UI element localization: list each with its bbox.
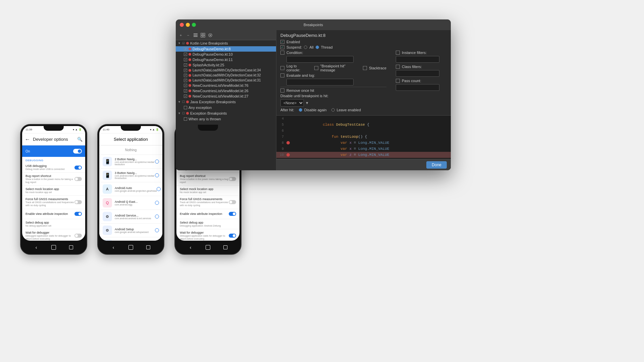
maximize-button[interactable] — [192, 23, 196, 27]
thread-radio[interactable] — [316, 46, 319, 49]
phone-2-radio-egg[interactable] — [155, 201, 159, 205]
leave-enabled-radio[interactable] — [331, 108, 335, 112]
all-radio[interactable] — [304, 46, 307, 49]
enabled-checkbox[interactable] — [280, 40, 284, 44]
phone-1-usb-toggle[interactable] — [74, 166, 82, 170]
phone-1-setting-wait[interactable]: Wait for debugger Debugged application w… — [22, 229, 85, 241]
phone-3-setting-wait[interactable]: Wait for debugger Debugged application w… — [176, 229, 239, 241]
disable-until-dropdown[interactable]: <None> — [280, 99, 304, 107]
phone-2-nothing[interactable]: Nothing — [99, 145, 162, 155]
phone-3-setting-mock[interactable]: Select mock location app No mock locatio… — [176, 186, 239, 196]
phone-3-setting-debug-app[interactable]: Select debug app Debugging application: … — [176, 219, 239, 229]
phone-3-wait-toggle[interactable] — [229, 234, 236, 238]
bp-item-4[interactable]: ✓ SplashActivity.kt:25 — [176, 62, 276, 68]
pass-count-checkbox[interactable] — [396, 79, 400, 83]
phone-1-setting-mock[interactable]: Select mock location app No mock locatio… — [22, 186, 85, 196]
phone-3-back-btn[interactable]: ‹ — [187, 244, 194, 250]
class-filters-input[interactable] — [396, 70, 439, 77]
bp-category-kotlin[interactable]: ▼ ☑ Kotlin Line Breakpoints — [176, 40, 276, 46]
phone-2-home-btn[interactable] — [128, 244, 134, 250]
class-filters-checkbox[interactable] — [396, 65, 400, 69]
bp-add-btn[interactable]: + — [178, 32, 184, 38]
phone-3-gnss-toggle[interactable] — [229, 200, 236, 204]
bp-icon2-btn[interactable] — [200, 32, 206, 38]
bp-icon3-btn[interactable] — [207, 32, 213, 38]
phone-1-back-icon[interactable]: ← — [25, 136, 30, 142]
phone-3-bug-toggle[interactable] — [229, 177, 236, 181]
minimize-button[interactable] — [186, 23, 190, 27]
phone-2-radio-auto[interactable] — [157, 187, 161, 191]
phone-2-radio-service[interactable] — [155, 215, 159, 219]
bp-item-7[interactable]: ✓ LaunchDataLoadWithCityDetectionCase.kt… — [176, 78, 276, 83]
bp-item-6[interactable]: ✓ LaunchDataLoadWithCityDetectionCase.kt… — [176, 73, 276, 78]
phone-3-bottom-bar: ‹ — [175, 241, 241, 254]
phone-2-app-service[interactable]: ⚙ Android Service... com.android.android… — [99, 210, 162, 224]
bp-when-thrown[interactable]: When any is thrown — [176, 116, 276, 122]
phone-1-setting-view[interactable]: Enable view attribute inspection — [22, 209, 85, 219]
leave-enabled-label: Leave enabled — [337, 108, 361, 112]
phone-2-app-egg[interactable]: Q Android Q East... com.android.egg — [99, 196, 162, 210]
bp-any-exception[interactable]: Any exception — [176, 105, 276, 110]
close-button[interactable] — [180, 23, 184, 27]
phone-3-setting-gnss[interactable]: Force full GNSS measurements Track all G… — [176, 196, 239, 209]
java-category-label: Java Exception Breakpoints — [190, 100, 236, 104]
bp-item-5[interactable]: ✓ LaunchDataLoadWithCityDetectionCase.kt… — [176, 68, 276, 73]
phone-1-recent-btn[interactable] — [68, 244, 74, 250]
phone-1-bug-toggle[interactable] — [74, 177, 82, 181]
phone-1-search-icon[interactable]: 🔍 — [77, 137, 83, 142]
condition-checkbox[interactable] — [280, 51, 284, 55]
phone-2-recent-btn[interactable] — [145, 244, 151, 250]
stacktrace-checkbox[interactable] — [363, 66, 367, 70]
condition-input[interactable] — [286, 56, 354, 63]
phone-2-app-setup2[interactable]: ⚙ Android Setup — [99, 237, 162, 241]
phone-1-wait-toggle[interactable] — [74, 234, 82, 238]
phone-1-setting-debug-app[interactable]: Select debug app No debug application se… — [22, 219, 85, 229]
phone-2-radio-3btn[interactable] — [155, 173, 159, 177]
bp-category-java-exception[interactable]: ▼ ☐ Java Exception Breakpoints — [176, 99, 276, 105]
phone-3-setting-bug[interactable]: Bug report shortcut Show a button in the… — [176, 173, 239, 186]
bp-item-8[interactable]: ✓ NewCountriesListViewModel.kt:76 — [176, 83, 276, 88]
bp-category-exception[interactable]: ▼ ☐ Exception Breakpoints — [176, 110, 276, 116]
phone-2-back-btn[interactable]: ‹ — [110, 244, 116, 250]
pass-count-input[interactable] — [396, 84, 439, 91]
phone-1-home-btn[interactable] — [51, 244, 57, 250]
bp-item-4-check: ✓ — [184, 63, 187, 67]
java-checkbox: ☐ — [182, 100, 185, 104]
evaluate-input[interactable] — [286, 79, 354, 85]
phone-1-view-toggle[interactable] — [74, 212, 82, 216]
phone-3-recent-btn[interactable] — [222, 244, 228, 250]
disable-again-radio[interactable] — [299, 108, 302, 112]
window-titlebar: Breakpoints — [176, 19, 451, 30]
phone-1-back-btn[interactable]: ‹ — [33, 244, 39, 250]
phone-2-radio-setup[interactable] — [155, 228, 159, 232]
bp-item-2[interactable]: ✓ DebugPauseDemo.kt:10 — [176, 52, 276, 57]
phone-1-gnss-toggle[interactable] — [74, 200, 82, 204]
phone-1-setting-usb[interactable]: USB debugging Debug mode when USB is con… — [22, 163, 85, 173]
instance-filters-input[interactable] — [396, 56, 439, 63]
bp-item-9[interactable]: ✓ NewCountriesListViewModel.kt:26 — [176, 88, 276, 94]
done-button[interactable]: Done — [426, 161, 447, 169]
log-message-checkbox[interactable] — [314, 66, 318, 70]
bp-footer: Done — [276, 159, 451, 170]
log-console-checkbox[interactable] — [280, 66, 284, 70]
phone-1-setting-bug[interactable]: Bug report shortcut Show a button in the… — [22, 173, 85, 186]
phone-2-app-2btn[interactable]: 📱 2 Button Navig... com.android.intern a… — [99, 155, 162, 169]
phone-2-radio-2btn[interactable] — [155, 160, 159, 164]
phone-3-view-toggle[interactable] — [229, 212, 236, 216]
phone-2-app-auto[interactable]: A Android Auto com.google.android.projec… — [99, 182, 162, 196]
bp-remove-btn[interactable]: − — [185, 32, 191, 38]
bp-icon1-btn[interactable] — [193, 32, 199, 38]
suspend-checkbox[interactable] — [280, 45, 284, 49]
phone-2-app-setup[interactable]: ⚙ Android Setup com.google.android.setup… — [99, 224, 162, 237]
phone-2-app-3btn[interactable]: 📱 3 Button Navig... com.android.intern a… — [99, 169, 162, 182]
bp-item-10[interactable]: ✓ NewCountriesListViewModel.kt:27 — [176, 94, 276, 99]
phone-1-toggle[interactable] — [73, 149, 82, 154]
phone-3-setting-view[interactable]: Enable view attribute inspection — [176, 209, 239, 219]
instance-filters-checkbox[interactable] — [396, 51, 400, 55]
bp-item-1[interactable]: ✓ DebugPauseDemo.kt:8 — [176, 46, 276, 52]
remove-once-checkbox[interactable] — [280, 88, 284, 93]
phone-1-setting-gnss[interactable]: Force full GNSS measurements Track all G… — [22, 196, 85, 209]
phone-3-home-btn[interactable] — [205, 244, 211, 250]
bp-item-3[interactable]: ✓ DebugPauseDemo.kt:11 — [176, 57, 276, 62]
evaluate-checkbox[interactable] — [280, 73, 284, 77]
